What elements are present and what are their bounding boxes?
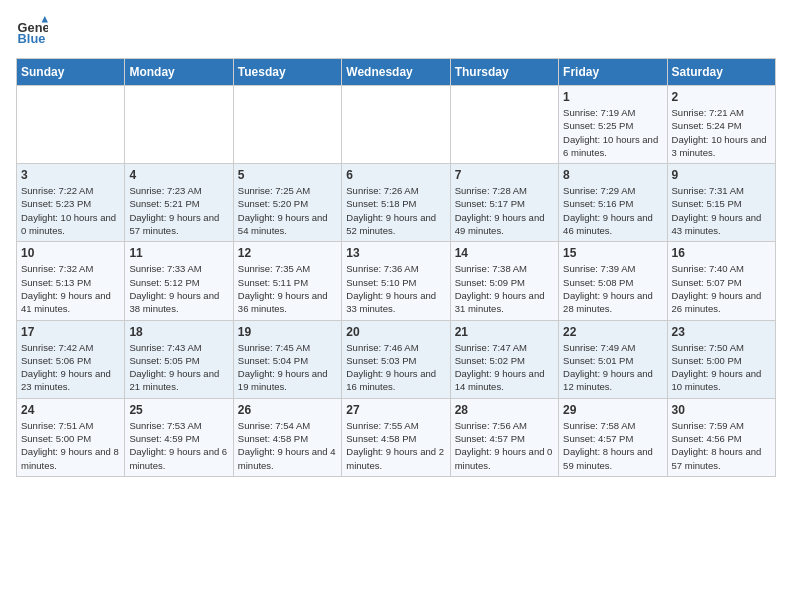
calendar-cell (125, 86, 233, 164)
calendar-week-row: 24Sunrise: 7:51 AM Sunset: 5:00 PM Dayli… (17, 398, 776, 476)
day-info: Sunrise: 7:29 AM Sunset: 5:16 PM Dayligh… (563, 184, 662, 237)
weekday-header-sunday: Sunday (17, 59, 125, 86)
day-info: Sunrise: 7:47 AM Sunset: 5:02 PM Dayligh… (455, 341, 554, 394)
day-info: Sunrise: 7:58 AM Sunset: 4:57 PM Dayligh… (563, 419, 662, 472)
calendar-cell: 7Sunrise: 7:28 AM Sunset: 5:17 PM Daylig… (450, 164, 558, 242)
calendar-cell (17, 86, 125, 164)
day-number: 11 (129, 246, 228, 260)
day-number: 13 (346, 246, 445, 260)
calendar-cell: 5Sunrise: 7:25 AM Sunset: 5:20 PM Daylig… (233, 164, 341, 242)
day-info: Sunrise: 7:46 AM Sunset: 5:03 PM Dayligh… (346, 341, 445, 394)
calendar-cell: 28Sunrise: 7:56 AM Sunset: 4:57 PM Dayli… (450, 398, 558, 476)
day-info: Sunrise: 7:53 AM Sunset: 4:59 PM Dayligh… (129, 419, 228, 472)
day-info: Sunrise: 7:40 AM Sunset: 5:07 PM Dayligh… (672, 262, 771, 315)
day-info: Sunrise: 7:45 AM Sunset: 5:04 PM Dayligh… (238, 341, 337, 394)
day-info: Sunrise: 7:54 AM Sunset: 4:58 PM Dayligh… (238, 419, 337, 472)
calendar-cell: 10Sunrise: 7:32 AM Sunset: 5:13 PM Dayli… (17, 242, 125, 320)
calendar-cell: 18Sunrise: 7:43 AM Sunset: 5:05 PM Dayli… (125, 320, 233, 398)
day-number: 27 (346, 403, 445, 417)
calendar-week-row: 17Sunrise: 7:42 AM Sunset: 5:06 PM Dayli… (17, 320, 776, 398)
day-number: 17 (21, 325, 120, 339)
calendar-week-row: 10Sunrise: 7:32 AM Sunset: 5:13 PM Dayli… (17, 242, 776, 320)
calendar-cell: 3Sunrise: 7:22 AM Sunset: 5:23 PM Daylig… (17, 164, 125, 242)
weekday-header-monday: Monday (125, 59, 233, 86)
day-info: Sunrise: 7:32 AM Sunset: 5:13 PM Dayligh… (21, 262, 120, 315)
weekday-header-thursday: Thursday (450, 59, 558, 86)
calendar-cell: 23Sunrise: 7:50 AM Sunset: 5:00 PM Dayli… (667, 320, 775, 398)
calendar-cell: 4Sunrise: 7:23 AM Sunset: 5:21 PM Daylig… (125, 164, 233, 242)
calendar-cell: 29Sunrise: 7:58 AM Sunset: 4:57 PM Dayli… (559, 398, 667, 476)
svg-text:Blue: Blue (18, 31, 46, 46)
calendar-cell: 30Sunrise: 7:59 AM Sunset: 4:56 PM Dayli… (667, 398, 775, 476)
weekday-header-friday: Friday (559, 59, 667, 86)
day-number: 28 (455, 403, 554, 417)
calendar-cell: 12Sunrise: 7:35 AM Sunset: 5:11 PM Dayli… (233, 242, 341, 320)
day-number: 23 (672, 325, 771, 339)
calendar-cell: 25Sunrise: 7:53 AM Sunset: 4:59 PM Dayli… (125, 398, 233, 476)
day-info: Sunrise: 7:26 AM Sunset: 5:18 PM Dayligh… (346, 184, 445, 237)
day-info: Sunrise: 7:25 AM Sunset: 5:20 PM Dayligh… (238, 184, 337, 237)
day-info: Sunrise: 7:43 AM Sunset: 5:05 PM Dayligh… (129, 341, 228, 394)
day-info: Sunrise: 7:31 AM Sunset: 5:15 PM Dayligh… (672, 184, 771, 237)
day-number: 30 (672, 403, 771, 417)
calendar-cell (233, 86, 341, 164)
day-info: Sunrise: 7:21 AM Sunset: 5:24 PM Dayligh… (672, 106, 771, 159)
day-number: 15 (563, 246, 662, 260)
day-number: 16 (672, 246, 771, 260)
weekday-header-row: SundayMondayTuesdayWednesdayThursdayFrid… (17, 59, 776, 86)
day-number: 14 (455, 246, 554, 260)
day-info: Sunrise: 7:55 AM Sunset: 4:58 PM Dayligh… (346, 419, 445, 472)
day-number: 21 (455, 325, 554, 339)
calendar-cell (450, 86, 558, 164)
day-number: 19 (238, 325, 337, 339)
calendar-week-row: 3Sunrise: 7:22 AM Sunset: 5:23 PM Daylig… (17, 164, 776, 242)
calendar-cell: 27Sunrise: 7:55 AM Sunset: 4:58 PM Dayli… (342, 398, 450, 476)
day-number: 24 (21, 403, 120, 417)
day-info: Sunrise: 7:22 AM Sunset: 5:23 PM Dayligh… (21, 184, 120, 237)
day-number: 3 (21, 168, 120, 182)
logo-icon: General Blue (16, 16, 48, 48)
day-info: Sunrise: 7:59 AM Sunset: 4:56 PM Dayligh… (672, 419, 771, 472)
day-number: 1 (563, 90, 662, 104)
day-number: 4 (129, 168, 228, 182)
day-number: 7 (455, 168, 554, 182)
calendar-cell: 17Sunrise: 7:42 AM Sunset: 5:06 PM Dayli… (17, 320, 125, 398)
day-number: 9 (672, 168, 771, 182)
logo: General Blue (16, 16, 52, 48)
day-number: 12 (238, 246, 337, 260)
day-info: Sunrise: 7:28 AM Sunset: 5:17 PM Dayligh… (455, 184, 554, 237)
day-number: 8 (563, 168, 662, 182)
weekday-header-wednesday: Wednesday (342, 59, 450, 86)
calendar-cell: 24Sunrise: 7:51 AM Sunset: 5:00 PM Dayli… (17, 398, 125, 476)
calendar-cell: 22Sunrise: 7:49 AM Sunset: 5:01 PM Dayli… (559, 320, 667, 398)
day-number: 26 (238, 403, 337, 417)
day-number: 25 (129, 403, 228, 417)
day-info: Sunrise: 7:19 AM Sunset: 5:25 PM Dayligh… (563, 106, 662, 159)
page-header: General Blue (16, 16, 776, 48)
calendar-cell: 8Sunrise: 7:29 AM Sunset: 5:16 PM Daylig… (559, 164, 667, 242)
calendar-cell: 20Sunrise: 7:46 AM Sunset: 5:03 PM Dayli… (342, 320, 450, 398)
day-number: 10 (21, 246, 120, 260)
calendar-cell: 15Sunrise: 7:39 AM Sunset: 5:08 PM Dayli… (559, 242, 667, 320)
day-info: Sunrise: 7:36 AM Sunset: 5:10 PM Dayligh… (346, 262, 445, 315)
day-info: Sunrise: 7:50 AM Sunset: 5:00 PM Dayligh… (672, 341, 771, 394)
day-info: Sunrise: 7:42 AM Sunset: 5:06 PM Dayligh… (21, 341, 120, 394)
calendar-cell: 13Sunrise: 7:36 AM Sunset: 5:10 PM Dayli… (342, 242, 450, 320)
calendar-week-row: 1Sunrise: 7:19 AM Sunset: 5:25 PM Daylig… (17, 86, 776, 164)
day-number: 2 (672, 90, 771, 104)
calendar-cell (342, 86, 450, 164)
day-info: Sunrise: 7:49 AM Sunset: 5:01 PM Dayligh… (563, 341, 662, 394)
day-info: Sunrise: 7:33 AM Sunset: 5:12 PM Dayligh… (129, 262, 228, 315)
day-info: Sunrise: 7:39 AM Sunset: 5:08 PM Dayligh… (563, 262, 662, 315)
day-number: 22 (563, 325, 662, 339)
day-number: 6 (346, 168, 445, 182)
calendar-table: SundayMondayTuesdayWednesdayThursdayFrid… (16, 58, 776, 477)
calendar-cell: 21Sunrise: 7:47 AM Sunset: 5:02 PM Dayli… (450, 320, 558, 398)
calendar-cell: 14Sunrise: 7:38 AM Sunset: 5:09 PM Dayli… (450, 242, 558, 320)
calendar-cell: 26Sunrise: 7:54 AM Sunset: 4:58 PM Dayli… (233, 398, 341, 476)
day-number: 5 (238, 168, 337, 182)
svg-marker-2 (42, 16, 48, 22)
calendar-cell: 2Sunrise: 7:21 AM Sunset: 5:24 PM Daylig… (667, 86, 775, 164)
calendar-cell: 6Sunrise: 7:26 AM Sunset: 5:18 PM Daylig… (342, 164, 450, 242)
weekday-header-tuesday: Tuesday (233, 59, 341, 86)
